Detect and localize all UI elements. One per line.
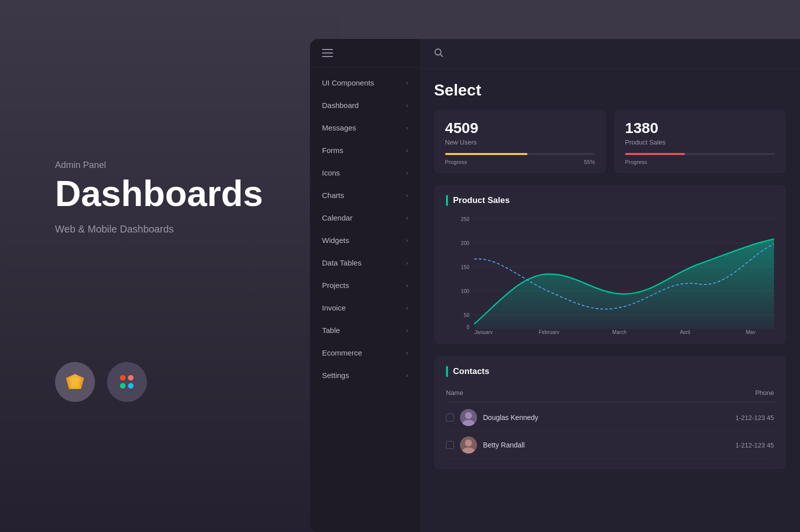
col-header-name: Name [446, 389, 464, 396]
main-header [420, 39, 800, 69]
sidebar-item-settings[interactable]: Settings › [310, 364, 420, 386]
dashboard-panel: UI Components › Dashboard › Messages › F… [310, 39, 800, 532]
chevron-right-icon: › [406, 349, 408, 356]
sidebar-item-charts[interactable]: Charts › [310, 184, 420, 206]
chevron-right-icon: › [406, 124, 408, 132]
svg-point-3 [435, 49, 441, 55]
sidebar-item-messages[interactable]: Messages › [310, 116, 420, 139]
chevron-right-icon: › [406, 192, 408, 199]
figma-logo-icon [120, 375, 134, 389]
chevron-right-icon: › [406, 259, 408, 266]
stat-label-sales: Product Sales [625, 138, 775, 146]
sidebar-item-label-data-tables: Data Tables [322, 258, 362, 267]
contacts-table-header: Name Phone [446, 385, 774, 402]
contacts-section: Contacts Name Phone Douglas Kennedy 1-21… [434, 356, 786, 469]
sidebar-item-label-invoice: Invoice [322, 304, 346, 312]
sidebar-item-label-ui-components: UI Components [322, 78, 374, 87]
svg-text:200: 200 [461, 240, 470, 246]
contact-row-douglas: Douglas Kennedy 1-212-123 45 [446, 404, 774, 432]
svg-text:May: May [746, 329, 756, 334]
svg-point-22 [465, 440, 472, 446]
stat-card-new-users: 4509 New Users Progress 55% [434, 110, 606, 173]
sidebar-header [310, 39, 420, 68]
col-header-phone: Phone [755, 389, 774, 396]
chart-area: 250 200 150 100 50 0 [446, 214, 774, 334]
sidebar-item-data-tables[interactable]: Data Tables › [310, 252, 420, 274]
left-content-area: Admin Panel Dashboards Web & Mobile Dash… [55, 160, 263, 235]
svg-point-21 [465, 412, 472, 419]
figma-app-icon[interactable] [107, 362, 147, 402]
sidebar-item-label-settings: Settings [322, 371, 349, 380]
admin-label: Admin Panel [55, 160, 263, 170]
progress-label-users: Progress [445, 159, 467, 165]
sidebar-item-ecommerce[interactable]: Ecommerce › [310, 342, 420, 364]
sidebar-item-label-messages: Messages [322, 124, 356, 132]
svg-line-4 [440, 54, 442, 56]
sketch-logo-icon [65, 373, 85, 391]
search-icon[interactable] [434, 48, 443, 60]
contact-phone-betty: 1-212-123 45 [736, 442, 774, 449]
contact-checkbox-douglas[interactable] [446, 414, 454, 422]
progress-pct-users: 55% [584, 159, 595, 165]
chart-accent-bar [446, 195, 448, 206]
stat-card-product-sales: 1380 Product Sales Progress [614, 110, 786, 173]
sidebar-item-projects[interactable]: Projects › [310, 274, 420, 296]
svg-text:0: 0 [466, 324, 470, 330]
chart-section: Product Sales 250 200 150 100 50 0 [434, 185, 786, 344]
sidebar-item-label-icons: Icons [322, 168, 340, 177]
svg-text:150: 150 [461, 264, 470, 270]
sidebar-item-label-projects: Projects [322, 281, 349, 290]
contact-phone-douglas: 1-212-123 45 [736, 414, 774, 422]
chevron-right-icon: › [406, 326, 408, 334]
progress-fill-users [445, 153, 528, 155]
chevron-right-icon: › [406, 79, 408, 86]
sketch-app-icon[interactable] [55, 362, 95, 402]
svg-text:100: 100 [461, 288, 470, 294]
sidebar-item-invoice[interactable]: Invoice › [310, 296, 420, 319]
sidebar-item-widgets[interactable]: Widgets › [310, 229, 420, 252]
contacts-title-row: Contacts [446, 366, 774, 377]
stats-row: 4509 New Users Progress 55% 1380 Product… [434, 110, 786, 173]
chart-title-row: Product Sales [446, 195, 774, 206]
hamburger-menu-icon[interactable] [322, 49, 333, 57]
chevron-right-icon: › [406, 304, 408, 312]
chevron-right-icon: › [406, 236, 408, 244]
svg-text:March: March [612, 329, 626, 334]
progress-footer-sales: Progress [625, 159, 775, 165]
chevron-right-icon: › [406, 146, 408, 154]
section-title: Select [420, 69, 800, 110]
sidebar-item-forms[interactable]: Forms › [310, 139, 420, 162]
main-content: Select 4509 New Users Progress 55% 138 [420, 39, 800, 532]
progress-bar-sales [625, 153, 775, 155]
contacts-title: Contacts [453, 366, 490, 376]
sidebar-item-ui-components[interactable]: UI Components › [310, 72, 420, 94]
sidebar-item-label-charts: Charts [322, 191, 344, 200]
sidebar: UI Components › Dashboard › Messages › F… [310, 39, 420, 532]
stat-number-sales: 1380 [625, 120, 775, 136]
app-icons-row [55, 362, 147, 402]
sidebar-item-calendar[interactable]: Calendar › [310, 206, 420, 229]
contact-name-douglas: Douglas Kennedy [483, 414, 736, 422]
contact-name-betty: Betty Randall [483, 441, 736, 449]
sidebar-item-label-ecommerce: Ecommerce [322, 348, 362, 357]
stat-number-users: 4509 [445, 120, 595, 136]
contacts-accent-bar [446, 366, 448, 377]
left-background [0, 0, 340, 532]
svg-text:February: February [539, 329, 560, 334]
sidebar-item-label-table: Table [322, 326, 340, 334]
sidebar-item-icons[interactable]: Icons › [310, 162, 420, 184]
chart-title: Product Sales [453, 196, 510, 206]
contact-checkbox-betty[interactable] [446, 441, 454, 449]
sidebar-item-table[interactable]: Table › [310, 319, 420, 342]
sidebar-item-dashboard[interactable]: Dashboard › [310, 94, 420, 116]
stat-label-users: New Users [445, 138, 595, 146]
svg-text:January: January [474, 329, 493, 334]
page-subtitle: Web & Mobile Dashboards [55, 224, 263, 235]
contact-avatar-betty [460, 436, 477, 454]
sidebar-item-label-calendar: Calendar [322, 214, 352, 222]
progress-fill-sales [625, 153, 685, 155]
chevron-right-icon: › [406, 282, 408, 289]
progress-footer-users: Progress 55% [445, 159, 595, 165]
chevron-right-icon: › [406, 214, 408, 222]
contact-row-betty: Betty Randall 1-212-123 45 [446, 432, 774, 459]
